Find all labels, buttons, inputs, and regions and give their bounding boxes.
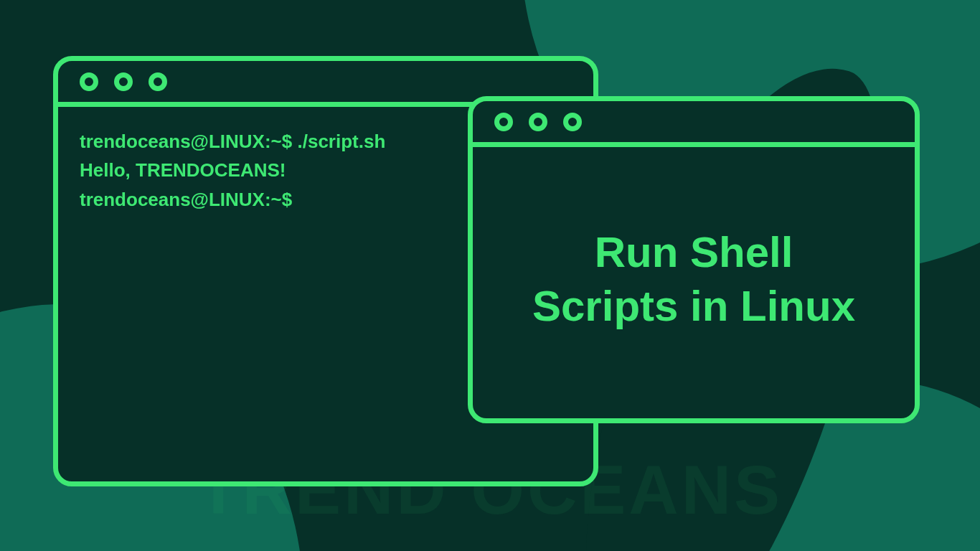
window-dot-icon: [80, 72, 98, 91]
window-dot-icon: [149, 72, 167, 91]
window-dot-icon: [529, 113, 547, 131]
headline-line: Run Shell: [595, 228, 793, 276]
headline-titlebar: [473, 101, 915, 147]
window-dot-icon: [114, 72, 133, 91]
window-dot-icon: [563, 113, 582, 131]
headline-window: Run Shell Scripts in Linux: [468, 96, 920, 423]
window-dot-icon: [494, 113, 513, 131]
headline-line: Scripts in Linux: [532, 282, 855, 330]
headline-text: Run Shell Scripts in Linux: [532, 225, 855, 333]
headline-body: Run Shell Scripts in Linux: [473, 147, 915, 418]
